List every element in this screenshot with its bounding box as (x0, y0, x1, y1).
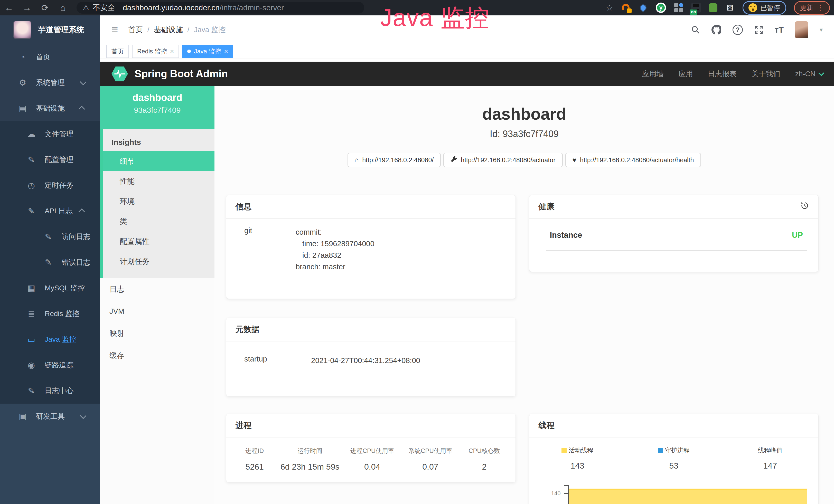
sidebar-item-mysql-monitor[interactable]: ▦ MySQL 监控 (0, 275, 100, 301)
threads-legend: 活动线程 143 守护进程 53 线程峰值 147 (529, 437, 818, 471)
help-icon[interactable]: ? (732, 25, 743, 35)
sidebar-item-system[interactable]: ⚙ 系统管理 (0, 70, 100, 95)
sidebar-item-file-manage[interactable]: ☁ 文件管理 (0, 121, 100, 147)
daemon-threads-label: 守护进程 (665, 446, 690, 455)
text-size-icon[interactable]: тT (775, 25, 784, 35)
locale-select[interactable]: zh-CN (795, 70, 823, 78)
metadata-startup-value: 2021-04-27T00:44:31.254+08:00 (311, 355, 420, 366)
extension-icon-y[interactable]: y (656, 3, 666, 13)
sba-menu-metrics[interactable]: 性能 (103, 171, 215, 191)
sidebar-item-java-monitor[interactable]: ▭ Java 监控 (0, 327, 100, 352)
not-secure-warning-icon: ⚠ (83, 4, 89, 12)
address-bar[interactable]: ⚠ 不安全 dashboard.yudao.iocoder.cn/infra/a… (76, 2, 364, 14)
sidebar-item-error-logs[interactable]: ✎ 错误日志 (0, 250, 100, 275)
actuator-url-button[interactable]: http://192.168.0.2:48080/actuator (443, 153, 563, 167)
extension-icon-green[interactable] (709, 3, 717, 12)
close-icon[interactable]: × (170, 47, 174, 55)
profile-paused-chip[interactable]: 已暂停 (743, 1, 786, 15)
hamburger-icon[interactable]: ≡ (111, 23, 118, 36)
fullscreen-icon[interactable] (754, 25, 763, 35)
sidebar-item-api-logs[interactable]: ✎ API 日志 (0, 198, 100, 224)
sidebar-item-log-center[interactable]: ✎ 日志中心 (0, 378, 100, 404)
browser-back-icon[interactable]: ← (0, 3, 18, 13)
tab-home[interactable]: 首页 (106, 45, 129, 58)
edit-icon: ✎ (24, 155, 39, 165)
sba-main: dashboard Id: 93a3fc7f7409 ⌂ http://192.… (215, 86, 834, 504)
peak-threads-value: 147 (722, 461, 818, 471)
sidebar-item-scheduled-jobs[interactable]: ◷ 定时任务 (0, 173, 100, 198)
update-label: 更新 (800, 3, 813, 12)
sidebar-item-config-manage[interactable]: ✎ 配置管理 (0, 147, 100, 173)
system-cpu-value: 0.07 (401, 462, 459, 472)
instance-selector[interactable]: dashboard 93a3fc7f7409 (100, 86, 215, 129)
sidebar-item-home[interactable]: ◔ 首页 (0, 44, 100, 70)
extension-icon-switch[interactable]: on (691, 3, 701, 13)
infrastructure-submenu: ☁ 文件管理 ✎ 配置管理 ◷ 定时任务 ✎ API 日志 ✎ 访问日志 ✎ (0, 121, 100, 404)
sidebar-item-tracing[interactable]: ◉ 链路追踪 (0, 352, 100, 378)
breadcrumb: 首页 / 基础设施 / Java 监控 (128, 25, 226, 35)
sidebar-item-infrastructure[interactable]: ▤ 基础设施 (0, 95, 100, 121)
y-tick (564, 493, 568, 494)
browser-forward-icon[interactable]: → (18, 3, 36, 13)
chevron-down-icon (80, 78, 86, 85)
sba-menu-classes[interactable]: 类 (103, 211, 215, 231)
extension-icon-orange[interactable] (621, 3, 631, 13)
sba-menu-scheduled-tasks[interactable]: 计划任务 (103, 251, 215, 271)
tab-redis-monitor[interactable]: Redis 监控 × (132, 45, 179, 58)
sba-menu-config-props[interactable]: 配置属性 (103, 231, 215, 251)
user-avatar[interactable] (795, 21, 808, 38)
threads-area-series (569, 488, 807, 504)
process-card: 进程 进程ID5261 运行时间6d 23h 15m 59s 进程CPU使用率0… (226, 414, 516, 482)
brand-logo-image (13, 21, 31, 39)
sba-menu-environment[interactable]: 环境 (103, 191, 215, 211)
sba-brand-title[interactable]: Spring Boot Admin (135, 68, 228, 79)
eye-icon: ◉ (24, 360, 39, 370)
sba-menu-details[interactable]: 细节 (103, 151, 215, 171)
sidebar-item-dev-tools[interactable]: ▣ 研发工具 (0, 404, 100, 429)
extensions-puzzle-icon[interactable]: ⚄ (725, 3, 735, 13)
sidebar-item-access-logs[interactable]: ✎ 访问日志 (0, 224, 100, 250)
wrench-icon (451, 156, 457, 164)
gear-icon: ⚙ (15, 78, 30, 88)
sba-menu-jvm[interactable]: JVM (100, 300, 215, 322)
sidebar-item-redis-monitor[interactable]: ≣ Redis 监控 (0, 301, 100, 327)
history-icon[interactable] (800, 201, 809, 212)
process-col-header: 进程ID (233, 447, 277, 455)
chrome-update-button[interactable]: 更新 ⋮ (794, 1, 830, 15)
brand-row[interactable]: 芋道管理系统 (0, 16, 100, 44)
service-url-button[interactable]: ⌂ http://192.168.0.2:48080/ (348, 153, 441, 167)
live-threads-swatch-icon (562, 448, 567, 453)
breadcrumb-infrastructure[interactable]: 基础设施 (154, 25, 183, 35)
omnibox-divider (119, 4, 119, 11)
browser-home-icon[interactable]: ⌂ (54, 3, 72, 13)
browser-menu-kebab-icon[interactable]: ⋮ (817, 4, 824, 12)
tab-java-monitor[interactable]: Java 监控 × (182, 45, 233, 58)
search-icon[interactable] (691, 25, 700, 35)
sba-menu-caches[interactable]: 缓存 (100, 344, 215, 366)
sba-nav-applications[interactable]: 应用 (679, 69, 693, 79)
breadcrumb-home[interactable]: 首页 (128, 25, 143, 35)
sba-nav-wallboard[interactable]: 应用墙 (642, 69, 664, 79)
dashboard-icon: ◔ (15, 52, 30, 62)
close-icon[interactable]: × (224, 47, 228, 55)
avatar-caret-icon[interactable]: ▾ (820, 26, 823, 33)
sba-menu-logs[interactable]: 日志 (100, 278, 215, 300)
extension-icon-grid[interactable] (674, 3, 683, 13)
clock-icon: ◷ (24, 181, 39, 190)
breadcrumb-separator: / (187, 26, 189, 34)
screenshot-root: ← → ⟳ ⌂ ⚠ 不安全 dashboard.yudao.iocoder.cn… (0, 0, 834, 504)
sba-menu-mappings[interactable]: 映射 (100, 322, 215, 344)
tags-view-bar: 首页 Redis 监控 × Java 监控 × (100, 44, 834, 59)
sba-nav: 应用墙 应用 日志报表 关于我们 zh-CN (642, 69, 823, 79)
url-path: /infra/admin-server (220, 3, 284, 12)
browser-reload-icon[interactable]: ⟳ (36, 3, 54, 13)
health-url-button[interactable]: ♥ http://192.168.0.2:48080/actuator/heal… (565, 153, 701, 167)
sba-nav-journal[interactable]: 日志报表 (708, 69, 737, 79)
edit-icon: ✎ (24, 386, 39, 396)
cpu-cores-value: 2 (460, 462, 509, 472)
bookmark-star-icon[interactable]: ☆ (606, 3, 613, 13)
github-icon[interactable] (711, 25, 721, 35)
header-actions: ? тT ▾ (691, 21, 823, 38)
sba-nav-about[interactable]: 关于我们 (751, 69, 780, 79)
extension-icon-pin[interactable] (638, 3, 648, 13)
